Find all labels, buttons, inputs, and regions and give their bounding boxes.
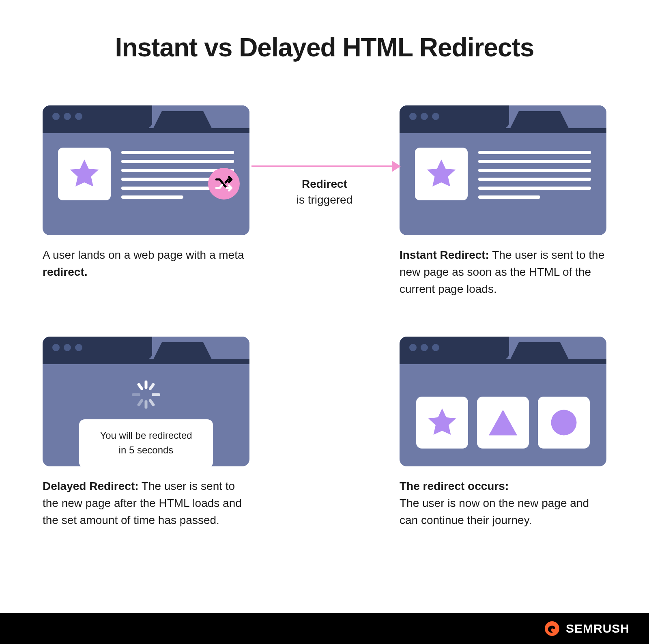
browser-window (400, 105, 606, 235)
browser-tabbar (43, 105, 249, 128)
svg-line-1 (150, 384, 153, 389)
browser-window (43, 105, 249, 235)
infographic-canvas: Instant vs Delayed HTML Redirects (0, 0, 649, 644)
panel-occurs: The redirect occurs: The user is now on … (400, 337, 606, 529)
spinner-icon (130, 379, 162, 410)
page-thumbnail (415, 148, 468, 200)
arrow-label: Redirectis triggered (243, 176, 406, 208)
panel-instant: Instant Redirect: The user is sent to th… (400, 105, 606, 298)
svg-line-5 (139, 400, 142, 405)
panel-landing: A user lands on a web page with a meta r… (43, 105, 249, 281)
star-icon (67, 157, 102, 191)
page-title: Instant vs Delayed HTML Redirects (0, 0, 649, 62)
star-icon (424, 157, 459, 191)
redirect-arrow: Redirectis triggered (243, 165, 406, 230)
window-controls (52, 113, 82, 120)
circle-icon (547, 406, 581, 440)
content-card (538, 397, 590, 449)
shuffle-icon (214, 174, 234, 194)
content-card (477, 397, 529, 449)
browser-window: You will be redirected in 5 seconds (43, 337, 249, 466)
panel-caption: Instant Redirect: The user is sent to th… (400, 247, 606, 298)
brand-name: SEMRUSH (566, 622, 630, 635)
browser-tabbar (400, 337, 606, 359)
shapes-row (415, 379, 591, 449)
svg-point-10 (552, 627, 555, 629)
brand-footer: SEMRUSH (0, 613, 649, 644)
svg-point-9 (545, 621, 559, 636)
panel-caption: A user lands on a web page with a meta r… (43, 247, 249, 281)
redirect-badge (208, 168, 240, 200)
svg-line-3 (150, 400, 153, 405)
svg-line-7 (139, 384, 142, 389)
window-controls (409, 113, 439, 120)
arrow-icon (251, 165, 398, 167)
panel-caption: The redirect occurs: The user is now on … (400, 478, 606, 529)
page-thumbnail (58, 148, 111, 200)
semrush-logo-icon (544, 620, 560, 637)
panel-caption: Delayed Redirect: The user is sent to th… (43, 478, 249, 529)
browser-tabbar (400, 105, 606, 128)
browser-window (400, 337, 606, 466)
redirect-message: You will be redirected in 5 seconds (79, 419, 213, 466)
svg-point-8 (551, 410, 577, 436)
text-lines (478, 148, 591, 204)
triangle-icon (486, 406, 520, 440)
content-card (416, 397, 468, 449)
window-controls (409, 344, 439, 351)
star-icon (425, 406, 459, 440)
window-controls (52, 344, 82, 351)
browser-tabbar (43, 337, 249, 359)
panel-delayed: You will be redirected in 5 seconds Dela… (43, 337, 249, 529)
